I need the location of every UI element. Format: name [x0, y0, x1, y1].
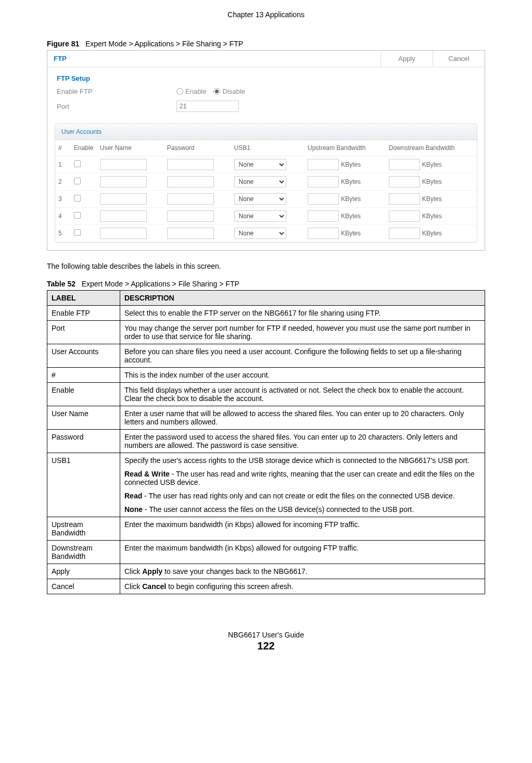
password-input[interactable]: [167, 159, 214, 170]
cancel-button[interactable]: Cancel: [433, 51, 485, 67]
enable-checkbox[interactable]: [74, 178, 81, 184]
enable-checkbox[interactable]: [74, 160, 81, 167]
usb-select[interactable]: None: [234, 228, 286, 239]
username-input[interactable]: [100, 210, 147, 222]
password-input[interactable]: [167, 176, 214, 187]
upstream-input[interactable]: [308, 193, 339, 205]
row-desc: Enter the maximum bandwidth (in Kbps) al…: [120, 541, 485, 564]
table-title: Expert Mode > Applications > File Sharin…: [82, 280, 239, 288]
col-index: #: [55, 140, 71, 156]
row-index: 1: [55, 156, 71, 173]
usb-select[interactable]: None: [234, 193, 286, 205]
port-input[interactable]: [176, 101, 239, 112]
col-pass: Password: [164, 140, 231, 156]
upstream-input[interactable]: [308, 210, 339, 222]
enable-checkbox[interactable]: [74, 229, 81, 236]
row-label: User Accounts: [47, 344, 120, 368]
usb-r-label: Read: [124, 492, 142, 500]
col-user: User Name: [97, 140, 164, 156]
page-footer: NBG6617 User's Guide 122: [47, 631, 485, 652]
enable-checkbox[interactable]: [74, 212, 81, 219]
kbytes-label: KBytes: [420, 230, 442, 237]
chapter-header: Chapter 13 Applications: [47, 10, 485, 19]
row-label: Downstream Bandwidth: [47, 541, 120, 564]
password-input[interactable]: [167, 193, 214, 205]
row-desc: This field displays whether a user accou…: [120, 383, 485, 406]
col-usb: USB1: [231, 140, 305, 156]
panel-title: FTP: [47, 51, 381, 67]
row-label: #: [47, 368, 120, 383]
user-accounts-header: User Accounts: [55, 124, 477, 140]
row-index: 5: [55, 225, 71, 242]
user-accounts-box: User Accounts # Enable User Name Passwor…: [55, 123, 477, 243]
t: Click: [124, 582, 142, 591]
apply-button[interactable]: Apply: [381, 51, 433, 67]
table-row: 4NoneKBytesKBytes: [55, 208, 477, 225]
upstream-input[interactable]: [308, 228, 339, 239]
usb-select[interactable]: None: [234, 159, 286, 170]
password-input[interactable]: [167, 210, 214, 222]
kbytes-label: KBytes: [339, 212, 361, 220]
password-input[interactable]: [167, 228, 214, 239]
footer-guide: NBG6617 User's Guide: [47, 631, 485, 639]
row-label: Upstream Bandwidth: [47, 517, 120, 541]
table-row: 3NoneKBytesKBytes: [55, 191, 477, 208]
downstream-input[interactable]: [389, 176, 420, 187]
table-row: 1NoneKBytesKBytes: [55, 156, 477, 173]
description-table: LABEL DESCRIPTION Enable FTPSelect this …: [47, 290, 485, 594]
usb-desc-intro: Specify the user's access rights to the …: [124, 456, 480, 465]
row-desc: Click Apply to save your changes back to…: [120, 564, 485, 579]
upstream-input[interactable]: [308, 176, 339, 187]
row-index: 3: [55, 191, 71, 208]
usb-select[interactable]: None: [234, 176, 286, 187]
usb-rw-label: Read & Write: [124, 470, 170, 478]
usb-r-desc: - The user has read rights only and can …: [142, 492, 455, 500]
downstream-input[interactable]: [389, 193, 420, 205]
row-label: Cancel: [47, 579, 120, 594]
row-label: User Name: [47, 406, 120, 430]
ftp-setup-heading: FTP Setup: [57, 74, 475, 82]
row-desc: Select this to enable the FTP server on …: [120, 306, 485, 321]
t: to save your changes back to the NBG6617…: [162, 567, 308, 576]
table-row: 2NoneKBytesKBytes: [55, 173, 477, 191]
enable-radio[interactable]: Enable: [176, 87, 206, 95]
enable-checkbox[interactable]: [74, 195, 81, 202]
row-desc: Click Cancel to begin configuring this s…: [120, 579, 485, 594]
row-label: Password: [47, 430, 120, 453]
th-label: LABEL: [47, 291, 120, 306]
row-desc: Before you can share files you need a us…: [120, 344, 485, 368]
table-label: Table 52: [47, 280, 75, 288]
row-label: USB1: [47, 453, 120, 517]
row-desc: This is the index number of the user acc…: [120, 368, 485, 383]
figure-label: Figure 81: [47, 40, 79, 48]
row-label: Enable: [47, 383, 120, 406]
kbytes-label: KBytes: [420, 212, 442, 220]
username-input[interactable]: [100, 193, 147, 205]
row-label: Enable FTP: [47, 306, 120, 321]
table-caption: Table 52 Expert Mode > Applications > Fi…: [47, 280, 485, 288]
col-down: Downstream Bandwidth: [386, 140, 477, 156]
username-input[interactable]: [100, 228, 147, 239]
username-input[interactable]: [100, 176, 147, 187]
t: Cancel: [142, 582, 166, 591]
downstream-input[interactable]: [389, 159, 420, 170]
figure-caption: Figure 81 Expert Mode > Applications > F…: [47, 40, 485, 48]
ftp-screenshot: FTP Apply Cancel FTP Setup Enable FTP En…: [47, 50, 485, 251]
row-desc: Enter the maximum bandwidth (in Kbps) al…: [120, 517, 485, 541]
port-label: Port: [57, 103, 176, 110]
kbytes-label: KBytes: [339, 178, 361, 185]
enable-ftp-label: Enable FTP: [57, 87, 176, 95]
t: Click: [124, 567, 142, 576]
usb-select[interactable]: None: [234, 210, 286, 222]
row-desc: Enter a user name that will be allowed t…: [120, 406, 485, 430]
downstream-input[interactable]: [389, 228, 420, 239]
downstream-input[interactable]: [389, 210, 420, 222]
t: Apply: [142, 567, 162, 576]
kbytes-label: KBytes: [420, 178, 442, 185]
username-input[interactable]: [100, 159, 147, 170]
upstream-input[interactable]: [308, 159, 339, 170]
usb-rw-desc: - The user has read and write rights, me…: [124, 470, 475, 486]
row-label: Apply: [47, 564, 120, 579]
disable-radio[interactable]: Disable: [213, 87, 245, 95]
row-index: 4: [55, 208, 71, 225]
